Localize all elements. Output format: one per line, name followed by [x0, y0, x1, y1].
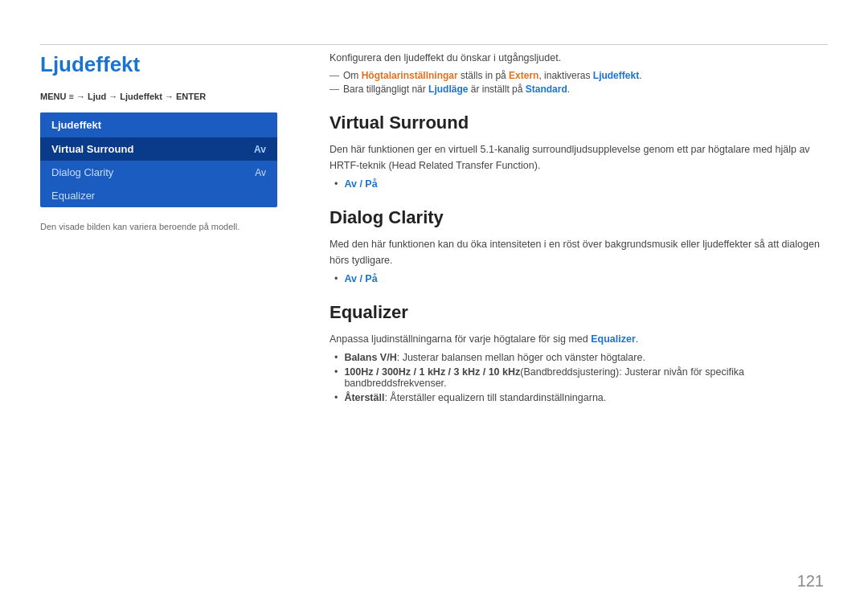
bullet-equalizer-1: Balans V/H: Justerar balansen mellan hög…	[334, 352, 828, 363]
menu-item-equalizer[interactable]: Equalizer	[40, 184, 277, 207]
note-text-1: Om Högtalarinställningar ställs in på Ex…	[343, 70, 641, 81]
highlight-ljudlage: Ljudläge	[428, 84, 468, 95]
section-title-dialog-clarity: Dialog Clarity	[330, 207, 828, 228]
menu-icon-symbol: ≡	[68, 92, 73, 101]
bullet-equalizer-3: Återställ: Återställer equalizern till s…	[334, 392, 828, 403]
bullet-av-pa-2: Av / På	[344, 273, 377, 284]
menu-item-label: Virtual Surround	[51, 143, 133, 155]
note-text-2: Bara tillgängligt när Ljudläge är instäl…	[343, 84, 570, 95]
menu-arrow: →	[76, 92, 88, 101]
menu-box-header: Ljudeffekt	[40, 112, 277, 137]
section-title-equalizer: Equalizer	[330, 302, 828, 323]
equalizer-link: Equalizer	[591, 333, 636, 345]
bullet-av-pa-1: Av / På	[344, 178, 377, 190]
menu-item-value: Av	[255, 167, 266, 178]
highlight-extern: Extern	[509, 70, 538, 81]
note-line-1: Om Högtalarinställningar ställs in på Ex…	[330, 70, 828, 81]
intro-text: Konfigurera den ljudeffekt du önskar i u…	[330, 52, 828, 63]
menu-item-value: Av	[254, 144, 266, 155]
menu-box: Ljudeffekt Virtual Surround Av Dialog Cl…	[40, 112, 277, 207]
page-number: 121	[797, 572, 824, 591]
bullet-equalizer-2: 100Hz / 300Hz / 1 kHz / 3 kHz / 10 kHz(B…	[334, 366, 828, 389]
bullet-virtual-surround-1: Av / På	[334, 178, 828, 190]
section-body-dialog-clarity: Med den här funktionen kan du öka intens…	[330, 236, 828, 268]
menu-icon: MENU	[40, 92, 66, 101]
section-body-equalizer: Anpassa ljudinställningarna för varje hö…	[330, 331, 828, 347]
menu-path-text: Ljud → Ljudeffekt → ENTER	[88, 92, 206, 101]
right-column: Konfigurera den ljudeffekt du önskar i u…	[330, 52, 828, 407]
menu-item-virtual-surround[interactable]: Virtual Surround Av	[40, 137, 277, 161]
note-line-2: Bara tillgängligt när Ljudläge är instäl…	[330, 84, 828, 95]
menu-path: MENU ≡ → Ljud → Ljudeffekt → ENTER	[40, 92, 297, 101]
bullet-equalizer-2-text: 100Hz / 300Hz / 1 kHz / 3 kHz / 10 kHz(B…	[344, 366, 828, 389]
image-note: Den visade bilden kan variera beroende p…	[40, 222, 297, 231]
section-body-virtual-surround: Den här funktionen ger en virtuell 5.1-k…	[330, 141, 828, 174]
section-title-virtual-surround: Virtual Surround	[330, 112, 828, 133]
page-title: Ljudeffekt	[40, 52, 297, 77]
bullet-equalizer-3-text: Återställ: Återställer equalizern till s…	[344, 392, 606, 403]
menu-item-label: Equalizer	[51, 190, 95, 202]
left-column: Ljudeffekt MENU ≡ → Ljud → Ljudeffekt → …	[40, 52, 297, 231]
highlight-ljudeffekt: Ljudeffekt	[593, 70, 639, 81]
bullet-equalizer-1-text: Balans V/H: Justerar balansen mellan hög…	[344, 352, 645, 363]
menu-item-dialog-clarity[interactable]: Dialog Clarity Av	[40, 161, 277, 184]
menu-item-label: Dialog Clarity	[51, 166, 113, 178]
bullet-dialog-clarity-1: Av / På	[334, 273, 828, 284]
highlight-standard: Standard	[526, 84, 567, 95]
highlight-hogtalar: Högtalarinställningar	[362, 70, 458, 81]
